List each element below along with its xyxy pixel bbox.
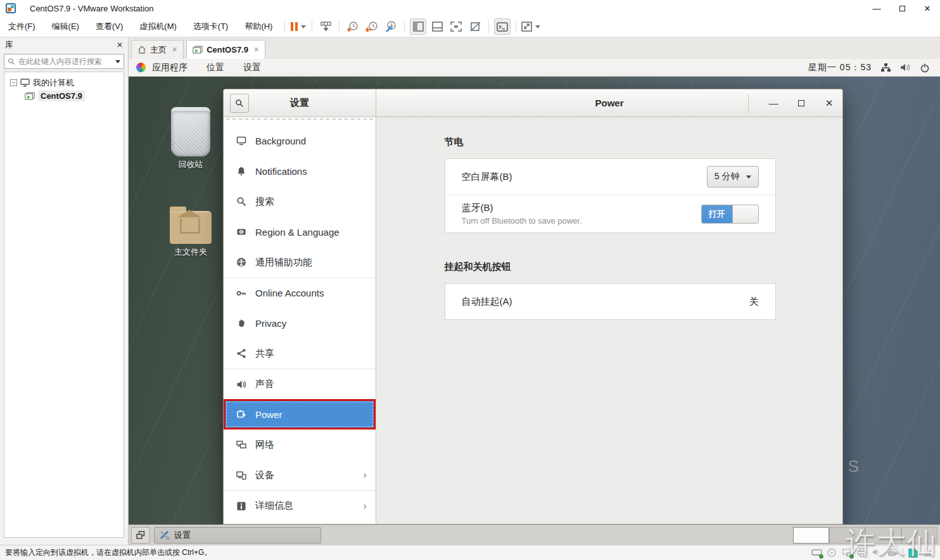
taskbar-settings-task[interactable]: 设置 [154, 527, 321, 544]
snapshot-manager-button[interactable] [383, 18, 399, 35]
window-minimize-button[interactable]: — [864, 0, 889, 16]
my-computer-label: 我的计算机 [33, 77, 74, 89]
computer-icon [20, 79, 30, 87]
sidebar-item-background[interactable]: Background [224, 125, 376, 156]
tab-home[interactable]: 主页 ✕ [131, 40, 184, 59]
library-panel: 库 ✕ − 我的计算机 [0, 37, 129, 545]
sidebar-item-privacy[interactable]: Privacy [224, 308, 376, 338]
power-status-icon[interactable] [920, 63, 930, 73]
library-close-icon[interactable]: ✕ [117, 41, 123, 49]
sidebar-item-power[interactable]: Power [224, 399, 376, 430]
unity-mode-button[interactable] [467, 18, 483, 35]
places-menu[interactable]: 位置 [206, 62, 224, 73]
tab-home-close-icon[interactable]: ✕ [172, 46, 177, 54]
sidebar-item-network[interactable]: 网络 [224, 430, 376, 460]
virtual-terminal-button[interactable] [494, 18, 511, 35]
settings-headerbar: 设置 Power — ✕ [224, 89, 842, 117]
applications-menu[interactable]: 应用程序 [152, 62, 187, 73]
toggle-library-panel-button[interactable] [410, 18, 426, 35]
pause-icon [291, 22, 298, 31]
tree-collapse-icon[interactable]: − [10, 79, 17, 86]
sidebar-item-universal-access[interactable]: 通用辅助功能 [224, 247, 376, 277]
tree-item-vm[interactable]: CentOS7.9 [7, 89, 121, 103]
sidebar-item-details[interactable]: 详细信息 › [224, 490, 376, 521]
console-view-button[interactable] [429, 18, 445, 35]
trash-desktop-icon[interactable]: 回收站 [162, 107, 220, 170]
guest-clock[interactable]: 星期一 05：53 [808, 62, 872, 73]
tab-vm-close-icon[interactable]: ✕ [253, 46, 259, 54]
auto-suspend-value: 关 [749, 296, 759, 308]
menu-help[interactable]: 帮助(H) [236, 16, 281, 37]
menubar: 文件(F) 编辑(E) 查看(V) 虚拟机(M) 选项卡(T) 帮助(H) [0, 16, 940, 37]
menu-file[interactable]: 文件(F) [0, 16, 44, 37]
revert-snapshot-button[interactable] [364, 18, 380, 35]
bluetooth-row: 蓝牙(B) Turn off Bluetooth to save power. … [445, 194, 775, 232]
library-search[interactable] [4, 54, 124, 69]
blank-screen-dropdown[interactable]: 5 分钟 [707, 166, 759, 188]
sidebar-item-online-accounts[interactable]: Online Accounts [224, 277, 376, 308]
window-close-button[interactable]: ✕ [915, 0, 940, 16]
settings-title: 设置 [290, 97, 309, 109]
library-tree: − 我的计算机 CentOS7.9 [4, 72, 124, 538]
trash-icon [171, 107, 210, 156]
ctrl-alt-del-icon [320, 21, 332, 32]
bluetooth-toggle[interactable]: 打开 [701, 205, 759, 224]
harddisk-device-icon[interactable] [811, 548, 822, 557]
network-status-icon[interactable] [880, 63, 891, 73]
settings-close-button[interactable]: ✕ [823, 98, 835, 109]
menu-vm[interactable]: 虚拟机(M) [131, 16, 185, 37]
workspace-1[interactable] [793, 527, 829, 544]
home-folder-desktop-icon[interactable]: 主文件夹 [162, 211, 220, 258]
menu-edit[interactable]: 编辑(E) [44, 16, 87, 37]
snapshot-manager-icon [384, 20, 397, 33]
fit-guest-button[interactable] [521, 18, 540, 35]
library-search-input[interactable] [18, 57, 114, 66]
trash-label: 回收站 [162, 159, 220, 170]
window-maximize-button[interactable] [889, 0, 915, 16]
power-saving-card: 空白屏幕(B) 5 分钟 蓝牙(B) Turn off Bluetooth to… [445, 158, 776, 233]
search-icon [235, 99, 244, 108]
cdrom-device-icon[interactable] [827, 548, 837, 557]
menu-tabs[interactable]: 选项卡(T) [185, 16, 237, 37]
search-filter-dropdown-icon[interactable] [115, 60, 120, 63]
sharing-icon [236, 348, 246, 359]
sidebar-label: 网络 [255, 439, 274, 451]
blank-screen-label: 空白屏幕(B) [462, 171, 512, 183]
sidebar-item-region-language[interactable]: Region & Language [224, 217, 376, 247]
gnome-top-bar: 应用程序 位置 设置 星期一 05：53 [129, 59, 940, 77]
settings-maximize-button[interactable] [796, 98, 807, 108]
online-accounts-icon [236, 288, 246, 298]
suspend-vm-button[interactable] [290, 18, 307, 35]
settings-search-button[interactable] [230, 94, 249, 113]
suspend-heading: 挂起和关机按钮 [445, 261, 776, 273]
guest-screen: 应用程序 位置 设置 星期一 05：53 [129, 59, 940, 545]
take-snapshot-button[interactable] [345, 18, 361, 35]
send-ctrl-alt-del-button[interactable] [317, 18, 334, 35]
settings-minimize-button[interactable]: — [768, 98, 779, 108]
library-title: 库 [5, 39, 13, 51]
vmware-logo-icon [6, 3, 16, 13]
status-bar: 要将输入定向到该虚拟机，请在虚拟机内部单击或按 Ctrl+G。 [0, 545, 940, 560]
sidebar-item-sound[interactable]: 声音 [224, 369, 376, 399]
blank-screen-value: 5 分钟 [715, 171, 740, 182]
tab-strip: 主页 ✕ CentOS7.9 ✕ [129, 37, 940, 59]
auto-suspend-label: 自动挂起(A) [462, 296, 512, 308]
sidebar-label: Region & Language [255, 227, 340, 238]
power-saving-heading: 节电 [445, 136, 776, 148]
sidebar-label: Online Accounts [255, 288, 324, 298]
sidebar-item-notifications[interactable]: Notifications [224, 156, 376, 186]
settings-appmenu[interactable]: 设置 [243, 62, 261, 73]
window-list-button[interactable] [131, 527, 150, 544]
fullscreen-button[interactable] [448, 18, 464, 35]
sidebar-item-sharing[interactable]: 共享 [224, 338, 376, 369]
tab-vm[interactable]: CentOS7.9 ✕ [186, 40, 265, 59]
menu-view[interactable]: 查看(V) [87, 16, 131, 37]
sidebar-item-search[interactable]: 搜索 [224, 186, 376, 217]
auto-suspend-row[interactable]: 自动挂起(A) 关 [445, 284, 775, 319]
sidebar-item-devices[interactable]: 设备 › [224, 460, 376, 490]
volume-icon[interactable] [900, 63, 911, 72]
tree-item-my-computer[interactable]: − 我的计算机 [7, 76, 121, 89]
region-language-icon [236, 227, 246, 237]
tools-icon [160, 530, 170, 540]
guest-taskbar: 设置 [129, 525, 940, 545]
